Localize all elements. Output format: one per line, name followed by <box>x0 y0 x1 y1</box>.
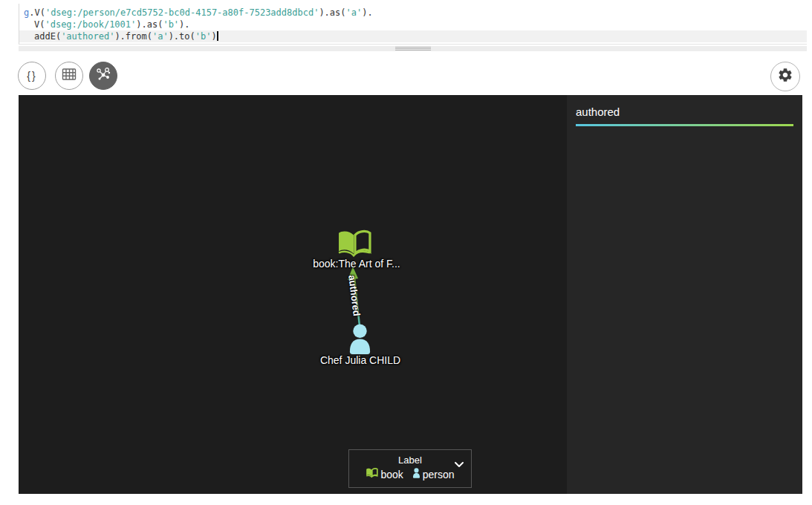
person-icon <box>412 468 420 480</box>
code-token: 'a' <box>346 7 363 18</box>
code-token: 'a' <box>152 31 169 42</box>
edge-authored[interactable] <box>19 95 567 494</box>
person-icon <box>348 344 372 356</box>
edge-details-panel: authored <box>567 95 802 494</box>
code-token: 'dseg:/person/e7cd5752-bc0d-4157-a80f-75… <box>45 7 319 18</box>
code-token: ). <box>362 7 372 18</box>
node-person[interactable] <box>348 324 372 357</box>
chevron-down-icon[interactable] <box>454 457 464 471</box>
book-icon <box>337 249 372 261</box>
code-token: ).from( <box>114 31 152 42</box>
drag-grip-icon <box>395 47 431 50</box>
query-editor[interactable]: g.V('dseg:/person/e7cd5752-bc0d-4157-a80… <box>19 4 807 45</box>
code-token: ) <box>211 31 216 42</box>
code-line: V('dseg:/book/1001').as('b'). <box>19 19 807 30</box>
editor-resize-handle[interactable] <box>19 46 807 51</box>
node-book[interactable] <box>337 229 372 262</box>
code-token: ).to( <box>169 31 195 42</box>
legend-item-person: person <box>423 469 455 480</box>
legend-dropdown[interactable]: Label book <box>348 449 472 488</box>
graph-view-button[interactable] <box>89 62 117 90</box>
code-token: 'b' <box>163 19 179 30</box>
code-token: ).as( <box>319 7 345 18</box>
table-view-icon <box>62 68 77 84</box>
book-icon <box>366 468 378 480</box>
gear-icon <box>777 67 793 86</box>
code-token: 'dseg:/book/1001' <box>45 19 136 30</box>
code-token: ). <box>179 19 189 30</box>
details-panel-title: authored <box>576 105 793 118</box>
page: g.V('dseg:/person/e7cd5752-bc0d-4157-a80… <box>0 0 812 505</box>
legend-items: book person <box>349 468 471 480</box>
graph-network-icon <box>94 65 113 87</box>
code-token: addE( <box>34 31 61 42</box>
code-token: .V( <box>29 7 45 18</box>
legend-title: Label <box>349 454 471 466</box>
code-token: 'b' <box>195 31 212 42</box>
code-token: V( <box>34 19 45 30</box>
json-view-button[interactable]: {} <box>18 62 46 90</box>
legend-item-book: book <box>380 469 403 480</box>
settings-button[interactable] <box>770 62 800 91</box>
code-line: g.V('dseg:/person/e7cd5752-bc0d-4157-a80… <box>19 7 807 19</box>
braces-icon: {} <box>27 70 36 82</box>
code-line-active: addE('authored').from('a').to('b') <box>19 30 807 42</box>
details-underline <box>576 124 793 126</box>
text-cursor <box>217 31 218 41</box>
code-token: 'authored' <box>61 31 114 42</box>
graph-canvas[interactable]: book:The Art of F... authored Chef Julia… <box>19 95 567 494</box>
code-token: ).as( <box>136 19 163 30</box>
table-view-button[interactable] <box>55 62 83 90</box>
